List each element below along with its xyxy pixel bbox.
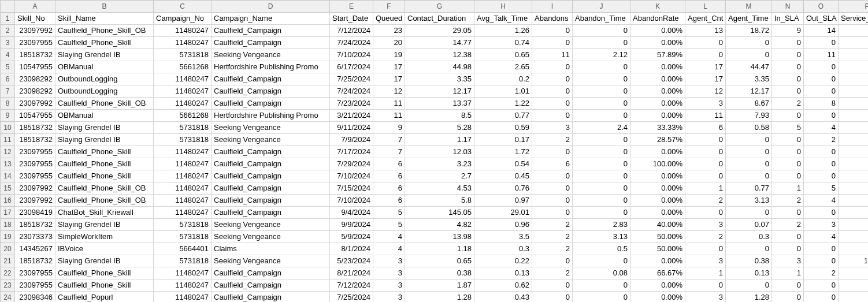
data-cell[interactable]: 17 (373, 73, 405, 85)
data-cell[interactable]: 0.00% (630, 255, 685, 267)
data-cell[interactable]: 0.00% (630, 207, 685, 219)
data-cell[interactable]: 7/10/2024 (330, 49, 373, 61)
data-cell[interactable]: 13.37 (405, 98, 474, 110)
data-cell[interactable]: Slaying Grendel IB (55, 134, 154, 146)
data-cell[interactable]: 0 (532, 255, 573, 267)
data-cell[interactable]: 7 (373, 134, 405, 146)
col-header-C[interactable]: C (154, 1, 212, 13)
data-cell[interactable]: 23097955 (15, 170, 55, 182)
data-cell[interactable]: 0 (772, 85, 804, 98)
data-cell[interactable]: 3 (373, 292, 405, 302)
data-cell[interactable]: 23097955 (15, 279, 55, 292)
data-cell[interactable]: 23 (373, 25, 405, 37)
data-cell[interactable]: 0 (532, 292, 573, 302)
data-cell[interactable]: 0 (804, 255, 839, 267)
col-header-F[interactable]: F (373, 1, 405, 13)
data-cell[interactable]: 7/9/2024 (330, 134, 373, 146)
data-cell[interactable]: 0 (573, 292, 630, 302)
data-cell[interactable]: 6 (373, 170, 405, 182)
data-cell[interactable]: Caulfield_Campaign (212, 25, 330, 37)
data-cell[interactable]: 2 (532, 134, 573, 146)
data-cell[interactable]: 23097992 (15, 25, 55, 37)
data-cell[interactable]: 0.13 (726, 267, 772, 279)
data-cell[interactable]: 3 (772, 255, 804, 267)
data-cell[interactable]: 0.13 (474, 267, 532, 279)
data-cell[interactable]: 0 (532, 25, 573, 37)
data-cell[interactable]: OutboundLogging (55, 85, 154, 98)
data-cell[interactable]: 7/12/2024 (330, 279, 373, 292)
data-cell[interactable]: 0.65 (405, 255, 474, 267)
data-cell[interactable]: 3 (373, 267, 405, 279)
data-cell[interactable]: 7/24/2024 (330, 85, 373, 98)
data-cell[interactable]: 0.00% (630, 73, 685, 85)
data-cell[interactable]: 11480247 (154, 158, 212, 170)
data-cell[interactable]: 4 (804, 122, 839, 134)
data-cell[interactable]: 7/23/2024 (330, 98, 373, 110)
data-cell[interactable]: Caulfield_Campaign (212, 73, 330, 85)
data-cell[interactable]: 17 (685, 61, 726, 73)
data-cell[interactable]: 0 (573, 279, 630, 292)
data-cell[interactable]: 23097955 (15, 37, 55, 49)
data-cell[interactable]: 0 (772, 231, 804, 243)
data-cell[interactable]: 40.00% (839, 219, 868, 231)
data-cell[interactable]: 0 (532, 73, 573, 85)
data-cell[interactable]: Caulfield_Phone_Skill_OB (55, 195, 154, 207)
data-cell[interactable]: 0 (804, 158, 839, 170)
data-cell[interactable]: 2.7 (405, 170, 474, 182)
data-cell[interactable]: 3.5 (474, 231, 532, 243)
data-cell[interactable]: 7/24/2024 (330, 37, 373, 49)
data-cell[interactable]: Caulfield_Phone_Skill_OB (55, 98, 154, 110)
data-cell[interactable]: 23097992 (15, 195, 55, 207)
data-cell[interactable]: 3.13 (573, 231, 630, 243)
header-cell[interactable]: Agent_Time (726, 13, 772, 25)
data-cell[interactable]: 0 (804, 243, 839, 255)
data-cell[interactable]: 11480247 (154, 98, 212, 110)
data-cell[interactable]: 10547955 (15, 110, 55, 122)
data-cell[interactable]: 0 (685, 134, 726, 146)
data-cell[interactable]: Caulfield_Campaign (212, 292, 330, 302)
header-cell[interactable]: Out_SLA (804, 13, 839, 25)
data-cell[interactable]: Caulfield_Campaign (212, 37, 330, 49)
data-cell[interactable]: 0.00% (839, 85, 868, 98)
col-header-L[interactable]: L (685, 1, 726, 13)
header-cell[interactable]: Agent_Cnt (685, 13, 726, 25)
row-header-2[interactable]: 2 (1, 25, 15, 37)
data-cell[interactable]: 5661268 (154, 110, 212, 122)
data-cell[interactable]: OutboundLogging (55, 73, 154, 85)
data-cell[interactable]: 4 (373, 243, 405, 255)
row-header-23[interactable]: 23 (1, 279, 15, 292)
data-cell[interactable]: 14 (804, 25, 839, 37)
data-cell[interactable]: 0 (726, 279, 772, 292)
data-cell[interactable]: 8.67 (726, 98, 772, 110)
data-cell[interactable]: 23098346 (15, 292, 55, 302)
data-cell[interactable]: 7/25/2024 (330, 292, 373, 302)
data-cell[interactable]: 0 (804, 279, 839, 292)
data-cell[interactable]: 1.01 (474, 85, 532, 98)
data-cell[interactable]: 11480247 (154, 73, 212, 85)
data-cell[interactable]: 0 (573, 98, 630, 110)
data-cell[interactable]: 0 (685, 49, 726, 61)
data-cell[interactable]: 3 (804, 219, 839, 231)
data-cell[interactable]: 2 (685, 195, 726, 207)
data-cell[interactable]: 5731818 (154, 134, 212, 146)
row-header-20[interactable]: 20 (1, 243, 15, 255)
data-cell[interactable]: 0 (532, 170, 573, 182)
data-cell[interactable]: 0 (685, 243, 726, 255)
data-cell[interactable]: 0 (685, 146, 726, 158)
data-cell[interactable]: 23098292 (15, 73, 55, 85)
data-cell[interactable]: 12.03 (405, 146, 474, 158)
data-cell[interactable]: 33.33% (630, 122, 685, 134)
col-header-E[interactable]: E (330, 1, 373, 13)
data-cell[interactable]: 18518732 (15, 49, 55, 61)
data-cell[interactable]: 0 (772, 279, 804, 292)
data-cell[interactable]: Caulfield_Campaign (212, 85, 330, 98)
data-cell[interactable]: 23098292 (15, 85, 55, 98)
header-cell[interactable]: Start_Date (330, 13, 373, 25)
data-cell[interactable]: 0.00% (839, 243, 868, 255)
row-header-3[interactable]: 3 (1, 37, 15, 49)
data-cell[interactable]: Caulfield_Campaign (212, 98, 330, 110)
header-cell[interactable]: Contact_Duration (405, 13, 474, 25)
data-cell[interactable]: Seeking Vengeance (212, 122, 330, 134)
data-cell[interactable]: 14345267 (15, 243, 55, 255)
data-cell[interactable]: Slaying Grendel IB (55, 219, 154, 231)
